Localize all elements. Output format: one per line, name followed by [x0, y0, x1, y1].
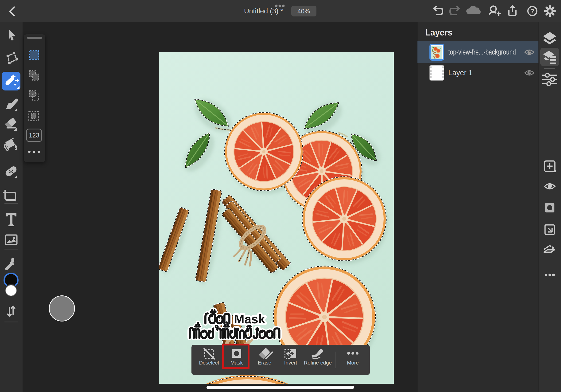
- svg-text:40%: 40%: [297, 8, 310, 15]
- svg-text:Mask: Mask: [234, 312, 265, 326]
- svg-text:123: 123: [29, 132, 39, 139]
- svg-text:Untitled (3) *: Untitled (3) *: [244, 7, 283, 15]
- svg-text:?: ?: [530, 8, 534, 15]
